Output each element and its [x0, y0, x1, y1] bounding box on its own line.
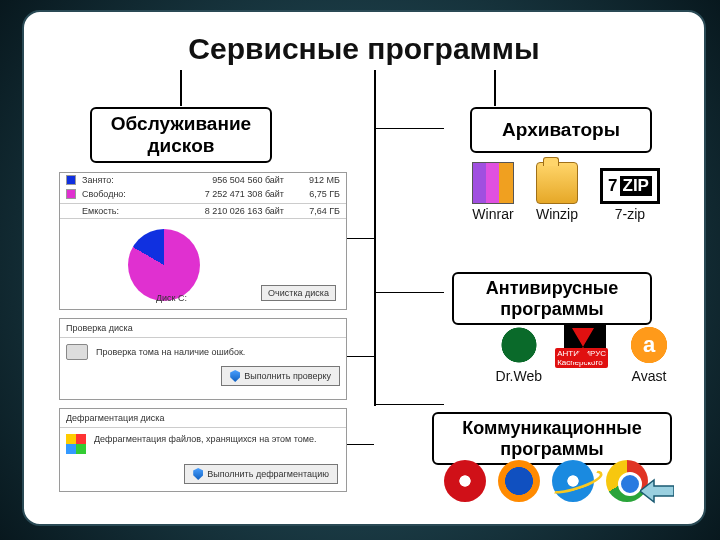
disk-cleanup-button[interactable]: Очистка диска [261, 285, 336, 301]
avast-icon [628, 324, 670, 366]
busy-bytes: 956 504 560 байт [212, 175, 284, 185]
hdd-icon [66, 344, 88, 360]
cap-h: 7,64 ГБ [290, 206, 340, 216]
category-antivirus: Антивирусные программы [452, 272, 652, 325]
pie-chart-icon [128, 229, 200, 301]
7zip-item: 7ZIP 7-zip [600, 168, 660, 222]
connector [494, 70, 496, 106]
shield-icon [230, 370, 240, 382]
check-desc: Проверка тома на наличие ошибок. [96, 347, 245, 357]
connector [374, 70, 376, 406]
nav-back-button[interactable] [640, 478, 674, 504]
shield-icon [193, 468, 203, 480]
drweb-item: Dr.Web [496, 324, 542, 384]
run-check-label: Выполнить проверку [244, 371, 331, 381]
cap-bytes: 8 210 026 163 байт [205, 206, 284, 216]
category-communication: Коммуникационные программы [432, 412, 672, 465]
kaspersky-icon: АНТИВИРУС Касперского [564, 324, 606, 366]
slide-title: Сервисные программы [24, 32, 704, 66]
free-bytes: 7 252 471 308 байт [205, 189, 284, 199]
firefox-icon [498, 460, 540, 502]
pie-label: Диск С: [156, 293, 187, 303]
free-label: Свободно: [82, 189, 126, 199]
connector [344, 238, 374, 239]
run-defrag-label: Выполнить дефрагментацию [207, 469, 329, 479]
drweb-icon [498, 324, 540, 366]
7zip-icon: 7ZIP [600, 168, 660, 204]
check-disk-panel: Проверка диска Проверка тома на наличие … [59, 318, 347, 400]
avast-label: Avast [632, 368, 667, 384]
cap-label: Емкость: [82, 206, 119, 216]
avast-item: Avast [628, 324, 670, 384]
kaspersky-item: АНТИВИРУС Касперского [564, 324, 606, 384]
run-defrag-button[interactable]: Выполнить дефрагментацию [184, 464, 338, 484]
defrag-desc: Дефрагментация файлов, хранящихся на это… [94, 434, 317, 444]
connector [344, 444, 374, 445]
7zip-label: 7-zip [615, 206, 645, 222]
svg-marker-0 [640, 480, 674, 502]
winrar-item: Winrar [472, 162, 514, 222]
winzip-item: Winzip [536, 162, 578, 222]
defrag-panel: Дефрагментация диска Дефрагментация файл… [59, 408, 347, 492]
run-check-button[interactable]: Выполнить проверку [221, 366, 340, 386]
winzip-label: Winzip [536, 206, 578, 222]
winrar-icon [472, 162, 514, 204]
winrar-label: Winrar [472, 206, 513, 222]
kaspersky-badge: АНТИВИРУС Касперского [555, 348, 608, 368]
connector [374, 128, 444, 129]
busy-h: 912 МБ [290, 175, 340, 185]
connector [374, 292, 444, 293]
check-title: Проверка диска [60, 319, 346, 338]
connector [344, 356, 374, 357]
opera-icon [444, 460, 486, 502]
category-disk-maintenance: Обслуживание дисков [90, 107, 272, 163]
busy-label: Занято: [82, 175, 114, 185]
defrag-icon [66, 434, 86, 454]
disk-usage-panel: Занято: 956 504 560 байт 912 МБ Свободно… [59, 172, 347, 310]
kaspersky-label [583, 368, 587, 384]
free-h: 6,75 ГБ [290, 189, 340, 199]
winzip-icon [536, 162, 578, 204]
defrag-title: Дефрагментация диска [60, 409, 346, 428]
category-archivers: Архиваторы [470, 107, 652, 153]
ie-icon [552, 460, 594, 502]
connector [374, 404, 444, 405]
connector [180, 70, 182, 106]
drweb-label: Dr.Web [496, 368, 542, 384]
